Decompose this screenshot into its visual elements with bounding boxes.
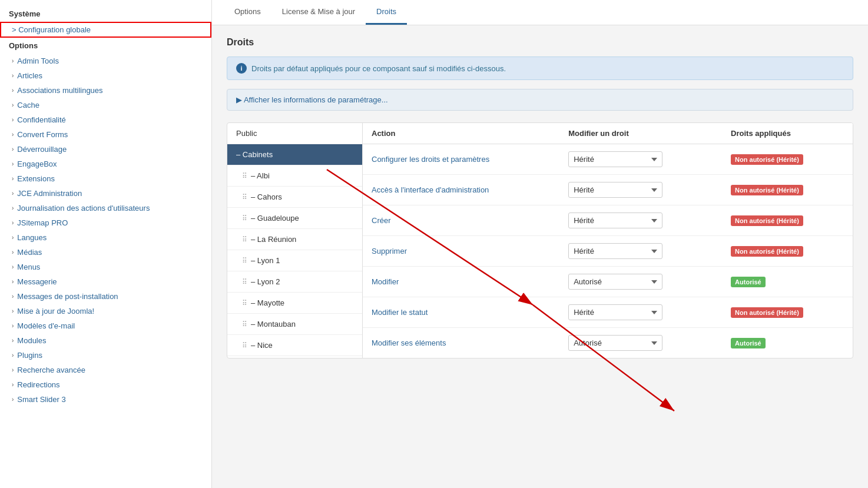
col-droits: Droits appliqués [722, 123, 853, 144]
status-badge: Autorisé [731, 338, 766, 348]
sidebar-item-cache[interactable]: › Cache [0, 98, 211, 112]
sidebar-item-extensions[interactable]: › Extensions [0, 171, 211, 186]
chevron-icon: › [12, 367, 14, 373]
table-row: Modifier le statutHéritéAutoriséRefuséNo… [363, 297, 853, 328]
drag-icon: ⠿ [242, 299, 247, 307]
sidebar-item-label: Langues [17, 233, 47, 242]
chevron-icon: › [12, 117, 14, 123]
group-lyon1[interactable]: ⠿ – Lyon 1 [227, 250, 362, 271]
badge-cell: Non autorisé (Hérité) [722, 144, 853, 175]
sidebar-item-redirections[interactable]: › Redirections [0, 377, 211, 392]
chevron-icon: › [12, 381, 14, 388]
badge-cell: Non autorisé (Hérité) [722, 175, 853, 205]
select-cell[interactable]: HéritéAutoriséRefusé [559, 175, 722, 205]
sidebar-item-post-install[interactable]: › Messages de post-installation [0, 289, 211, 304]
tab-droits[interactable]: Droits [366, 0, 407, 25]
action-cell: Accès à l'interface d'administration [363, 175, 559, 205]
permissions-layout: Public – Cabinets ⠿ – Albi ⠿ – Cahors ⠿ … [227, 122, 853, 358]
chevron-icon: › [12, 175, 14, 182]
permission-select[interactable]: HéritéAutoriséRefusé [568, 274, 662, 290]
select-cell[interactable]: HéritéAutoriséRefusé [559, 297, 722, 328]
chevron-icon: › [12, 205, 14, 211]
sidebar-item-recherche[interactable]: › Recherche avancée [0, 363, 211, 377]
group-cabinets[interactable]: – Cabinets [227, 144, 362, 165]
col-action: Action [363, 123, 559, 144]
chevron-icon: › [12, 161, 14, 167]
sidebar-item-label: Médias [17, 248, 42, 257]
group-albi[interactable]: ⠿ – Albi [227, 165, 362, 187]
sidebar-item-medias[interactable]: › Médias [0, 245, 211, 260]
permission-select[interactable]: HéritéAutoriséRefusé [568, 213, 662, 228]
group-mayotte[interactable]: ⠿ – Mayotte [227, 293, 362, 314]
select-cell[interactable]: HéritéAutoriséRefusé [559, 267, 722, 297]
group-montauban[interactable]: ⠿ – Montauban [227, 314, 362, 335]
action-cell: Modifier le statut [363, 297, 559, 328]
group-cabinets-label: – Cabinets [236, 150, 273, 159]
sidebar-item-modeles-email[interactable]: › Modèles d'e-mail [0, 318, 211, 333]
sidebar-item-label: Convert Forms [17, 130, 68, 139]
chevron-icon: › [12, 308, 14, 314]
sidebar-item-jsitemap[interactable]: › JSitemap PRO [0, 215, 211, 230]
sidebar-item-label: Modèles d'e-mail [17, 321, 75, 330]
group-cahors[interactable]: ⠿ – Cahors [227, 187, 362, 208]
sidebar-item-modules[interactable]: › Modules [0, 333, 211, 348]
table-row: SupprimerHéritéAutoriséRefuséNon autoris… [363, 236, 853, 267]
group-public[interactable]: Public [227, 123, 362, 144]
drag-icon: ⠿ [242, 214, 247, 223]
sidebar-item-associations[interactable]: › Associations multilingues [0, 83, 211, 98]
group-lyon2[interactable]: ⠿ – Lyon 2 [227, 271, 362, 293]
toggle-label: ▶ Afficher les informations de paramétra… [236, 95, 388, 104]
group-la-reunion[interactable]: ⠿ – La Réunion [227, 229, 362, 250]
permission-select[interactable]: HéritéAutoriséRefusé [568, 151, 662, 167]
chevron-icon: › [12, 190, 14, 197]
sidebar-item-label: Journalisation des actions d'utilisateur… [17, 204, 150, 213]
sidebar-item-journalisation[interactable]: › Journalisation des actions d'utilisate… [0, 201, 211, 215]
chevron-icon: › [12, 146, 14, 152]
status-badge: Non autorisé (Hérité) [731, 307, 803, 318]
toggle-params[interactable]: ▶ Afficher les informations de paramétra… [227, 89, 853, 111]
select-cell[interactable]: HéritéAutoriséRefusé [559, 328, 722, 358]
chevron-icon: › [12, 323, 14, 329]
action-cell: Configurer les droits et paramètres [363, 144, 559, 175]
chevron-icon: › [12, 102, 14, 108]
sidebar-item-admin-tools[interactable]: › Admin Tools [0, 54, 211, 68]
sidebar-item-convert-forms[interactable]: › Convert Forms [0, 127, 211, 142]
permissions-table: Action Modifier un droit Droits appliqué… [363, 123, 853, 358]
sidebar-item-langues[interactable]: › Langues [0, 230, 211, 245]
chevron-icon: › [12, 234, 14, 241]
tab-options[interactable]: Options [224, 0, 271, 25]
chevron-icon: › [12, 278, 14, 285]
permission-select[interactable]: HéritéAutoriséRefusé [568, 182, 662, 198]
sidebar-section-systeme: Système [0, 6, 211, 22]
sidebar-item-label: Recherche avancée [17, 366, 85, 374]
sidebar-item-mise-a-jour[interactable]: › Mise à jour de Joomla! [0, 304, 211, 318]
tab-license[interactable]: License & Mise à jour [271, 0, 366, 25]
sidebar-item-articles[interactable]: › Articles [0, 68, 211, 83]
select-cell[interactable]: HéritéAutoriséRefusé [559, 144, 722, 175]
table-row: ModifierHéritéAutoriséRefuséAutorisé [363, 267, 853, 297]
sidebar-item-menus[interactable]: › Menus [0, 260, 211, 274]
permission-select[interactable]: HéritéAutoriséRefusé [568, 243, 662, 259]
sidebar-item-label: JSitemap PRO [17, 218, 68, 227]
chevron-icon: › [12, 293, 14, 300]
drag-icon: ⠿ [242, 193, 247, 201]
sidebar-item-jce[interactable]: › JCE Administration [0, 186, 211, 201]
info-icon: i [236, 63, 247, 74]
sidebar-item-plugins[interactable]: › Plugins [0, 348, 211, 363]
sidebar-item-deverrouillage[interactable]: › Déverrouillage [0, 142, 211, 157]
permission-select[interactable]: HéritéAutoriséRefusé [568, 335, 662, 351]
group-nice[interactable]: ⠿ – Nice [227, 335, 362, 356]
sidebar-item-label: Smart Slider 3 [17, 395, 65, 404]
sidebar-item-smart-slider[interactable]: › Smart Slider 3 [0, 392, 211, 407]
permission-select[interactable]: HéritéAutoriséRefusé [568, 304, 662, 320]
sidebar-item-engagebox[interactable]: › EngageBox [0, 157, 211, 171]
sidebar-item-messagerie[interactable]: › Messagerie [0, 274, 211, 289]
sidebar-item-confidentialite[interactable]: › Confidentialité [0, 112, 211, 127]
badge-cell: Non autorisé (Hérité) [722, 236, 853, 267]
group-guadeloupe[interactable]: ⠿ – Guadeloupe [227, 208, 362, 229]
select-cell[interactable]: HéritéAutoriséRefusé [559, 236, 722, 267]
table-row: Modifier ses élémentsHéritéAutoriséRefus… [363, 328, 853, 358]
select-cell[interactable]: HéritéAutoriséRefusé [559, 205, 722, 236]
table-row: Configurer les droits et paramètresHérit… [363, 144, 853, 175]
sidebar-item-config-globale[interactable]: > Configuration globale [0, 22, 211, 38]
